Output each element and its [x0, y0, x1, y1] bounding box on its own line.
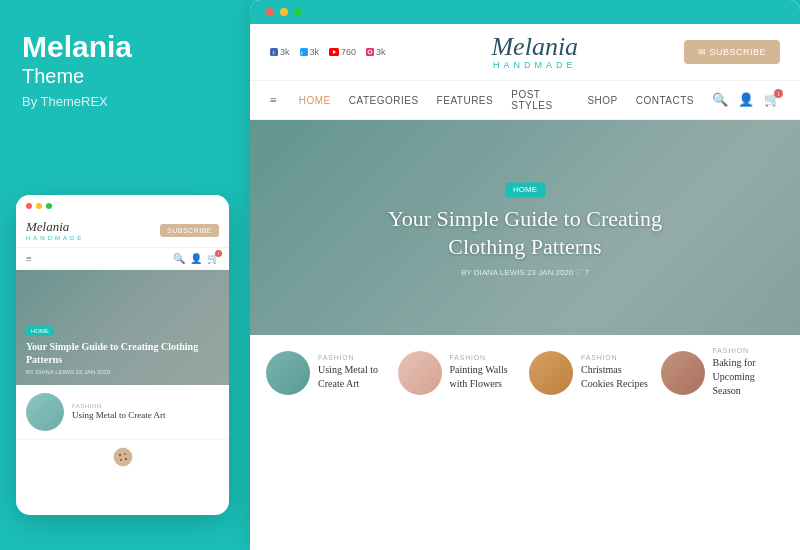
article-thumb-2: [398, 351, 442, 395]
article-cat-4: FASHION: [713, 347, 785, 354]
desktop-articles: FASHION Using Metal to Create Art FASHIO…: [250, 335, 800, 410]
article-thumb-3: [529, 351, 573, 395]
article-title-2: Painting Walls with Flowers: [450, 363, 522, 391]
svg-point-1: [118, 454, 120, 456]
mobile-article-cat: FASHION: [72, 403, 219, 409]
mobile-nav-bar: ≡ 🔍 👤 🛒1: [16, 248, 229, 270]
mobile-hamburger-icon[interactable]: ≡: [26, 253, 32, 264]
desktop-hero-title: Your Simple Guide to Creating Clothing P…: [388, 205, 663, 262]
desktop-hero-meta: BY DIANA LEWIS 23 JAN 2020 ♡ 7: [388, 268, 663, 277]
mobile-hero-meta: BY DIANA LEWIS 22 JAN 2020: [26, 369, 219, 375]
cookie-icon: [112, 446, 134, 468]
desktop-cart-icon[interactable]: 🛒1: [764, 92, 780, 108]
article-title-4: Baking for Upcoming Season: [713, 356, 785, 398]
desktop-header: f 3k t 3k 760 3k Melania HANDMADE ✉ SUBS…: [250, 24, 800, 81]
maximize-dot: [46, 203, 52, 209]
desktop-hero: HOME Your Simple Guide to Creating Cloth…: [250, 120, 800, 335]
article-card-3[interactable]: FASHION Christmas Cookies Recipes: [529, 347, 653, 398]
mobile-hero: HOME Your Simple Guide to Creating Cloth…: [16, 270, 229, 385]
article-thumb-1: [266, 351, 310, 395]
desktop-logo: Melania HANDMADE: [491, 34, 578, 70]
article-info-3: FASHION Christmas Cookies Recipes: [581, 354, 653, 391]
desktop-search-icon[interactable]: 🔍: [712, 92, 728, 108]
social-instagram[interactable]: 3k: [366, 47, 386, 57]
article-info-1: FASHION Using Metal to Create Art: [318, 354, 390, 391]
mobile-header: Melania HANDMADE SUBSCRIBE: [16, 213, 229, 248]
close-dot: [26, 203, 32, 209]
mobile-hero-content: HOME Your Simple Guide to Creating Cloth…: [26, 319, 219, 375]
brand-by: By ThemeREX: [22, 94, 223, 109]
desktop-close-dot: [266, 8, 274, 16]
desktop-social-links: f 3k t 3k 760 3k: [270, 47, 386, 57]
mobile-article-item: FASHION Using Metal to Create Art: [16, 385, 229, 440]
svg-point-0: [114, 448, 132, 466]
desktop-nav-icons: 🔍 👤 🛒1: [712, 92, 780, 108]
brand-title: Melania: [22, 30, 223, 63]
desktop-top-bar: [250, 0, 800, 24]
article-title-1: Using Metal to Create Art: [318, 363, 390, 391]
nav-contacts[interactable]: CONTACTS: [636, 95, 694, 106]
mobile-top-bar: [16, 195, 229, 213]
desktop-hero-content: HOME Your Simple Guide to Creating Cloth…: [388, 178, 663, 277]
mobile-logo: Melania HANDMADE: [26, 219, 84, 241]
social-twitter[interactable]: t 3k: [300, 47, 320, 57]
minimize-dot: [36, 203, 42, 209]
mobile-article-thumb: [26, 393, 64, 431]
desktop-hamburger-icon[interactable]: ≡: [270, 93, 277, 108]
article-cat-1: FASHION: [318, 354, 390, 361]
svg-point-4: [124, 458, 126, 460]
svg-rect-11: [366, 48, 374, 56]
article-card-1[interactable]: FASHION Using Metal to Create Art: [266, 347, 390, 398]
social-facebook[interactable]: f 3k: [270, 47, 290, 57]
desktop-nav: ≡ HOME CATEGORIES FEATURES POST STYLES S…: [250, 81, 800, 120]
desktop-subscribe-btn[interactable]: ✉ SUBSCRIBE: [684, 40, 780, 64]
article-info-2: FASHION Painting Walls with Flowers: [450, 354, 522, 391]
mobile-subscribe-btn[interactable]: SUBSCRIBE: [160, 224, 219, 237]
brand-subtitle: Theme: [22, 65, 223, 88]
article-cat-3: FASHION: [581, 354, 653, 361]
mobile-search-icon[interactable]: 🔍: [173, 253, 185, 264]
article-info-4: FASHION Baking for Upcoming Season: [713, 347, 785, 398]
mobile-preview: Melania HANDMADE SUBSCRIBE ≡ 🔍 👤 🛒1 HOME…: [16, 195, 229, 515]
desktop-minimize-dot: [280, 8, 288, 16]
article-card-4[interactable]: FASHION Baking for Upcoming Season: [661, 347, 785, 398]
right-panel: f 3k t 3k 760 3k Melania HANDMADE ✉ SUBS…: [250, 0, 800, 550]
desktop-maximize-dot: [294, 8, 302, 16]
svg-point-2: [124, 453, 126, 455]
mobile-logo-sub: HANDMADE: [26, 235, 84, 241]
nav-post-styles[interactable]: POST STYLES: [511, 89, 569, 111]
mobile-cookie-section: [16, 440, 229, 472]
mobile-article-title: Using Metal to Create Art: [72, 410, 219, 422]
mobile-article-info: FASHION Using Metal to Create Art: [72, 403, 219, 422]
article-card-2[interactable]: FASHION Painting Walls with Flowers: [398, 347, 522, 398]
mobile-hero-title: Your Simple Guide to Creating Clothing P…: [26, 340, 219, 366]
desktop-user-icon[interactable]: 👤: [738, 92, 754, 108]
mobile-home-badge: HOME: [26, 326, 54, 336]
article-thumb-4: [661, 351, 705, 395]
mobile-nav-icons: 🔍 👤 🛒1: [173, 253, 219, 264]
svg-point-3: [119, 459, 121, 461]
article-cat-2: FASHION: [450, 354, 522, 361]
mobile-cart-icon[interactable]: 🛒1: [207, 253, 219, 264]
nav-features[interactable]: FEATURES: [437, 95, 494, 106]
nav-home[interactable]: HOME: [299, 95, 331, 106]
nav-shop[interactable]: SHOP: [587, 95, 617, 106]
mobile-user-icon[interactable]: 👤: [190, 253, 202, 264]
desktop-home-badge: HOME: [505, 182, 545, 197]
nav-categories[interactable]: CATEGORIES: [349, 95, 419, 106]
article-title-3: Christmas Cookies Recipes: [581, 363, 653, 391]
social-youtube[interactable]: 760: [329, 47, 356, 57]
left-panel: Melania Theme By ThemeREX Melania HANDMA…: [0, 0, 245, 550]
